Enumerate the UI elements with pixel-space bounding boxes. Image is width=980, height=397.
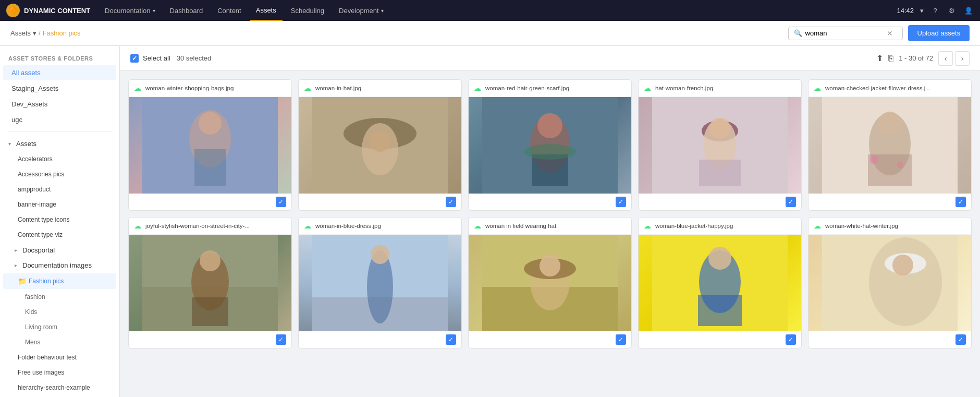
asset-thumbnail[interactable]: [469, 97, 631, 194]
asset-thumbnail[interactable]: [469, 235, 631, 331]
asset-thumbnail[interactable]: [129, 235, 291, 331]
nav-dashboard[interactable]: Dashboard: [164, 0, 210, 21]
sidebar-item-content-type-icons[interactable]: Content type icons: [3, 212, 116, 227]
search-icon: 🔍: [794, 29, 802, 37]
asset-select-checkbox[interactable]: ✓: [276, 334, 286, 345]
sidebar-item-kids[interactable]: Kids: [3, 305, 116, 319]
asset-filename: woman-white-hat-winter.jpg: [825, 223, 966, 229]
asset-card-footer: ✓: [129, 331, 291, 348]
asset-thumbnail[interactable]: [808, 235, 971, 331]
asset-card-footer: ✓: [299, 331, 461, 348]
asset-thumbnail[interactable]: [639, 97, 801, 194]
asset-select-checkbox[interactable]: ✓: [956, 334, 966, 345]
asset-select-checkbox[interactable]: ✓: [786, 197, 796, 207]
folder-icon: 📁: [18, 277, 27, 285]
upload-assets-button[interactable]: Upload assets: [908, 25, 970, 41]
upload-icon[interactable]: ⬆: [876, 53, 883, 63]
svg-point-32: [371, 245, 389, 264]
sidebar-item-free-use[interactable]: Free use images: [3, 365, 116, 380]
sidebar-item-living-room[interactable]: Living room: [3, 320, 116, 334]
sidebar-item-folder-behaviour[interactable]: Folder behaviour test: [3, 350, 116, 365]
check-icon: ✓: [958, 198, 963, 206]
sidebar-item-accelerators[interactable]: Accelerators: [3, 152, 116, 166]
asset-select-checkbox[interactable]: ✓: [616, 197, 626, 207]
sidebar-item-content-type-viz[interactable]: Content type viz: [3, 227, 116, 242]
sidebar-item-assets-group[interactable]: ▾ Assets: [0, 136, 119, 151]
content-area: ✓ Select all 30 selected ⬆ ⎘ 1 - 30 of 7…: [120, 46, 980, 397]
nav-development[interactable]: Development ▾: [333, 0, 390, 21]
nav-right: 14:42 ▾ ? ⚙ 👤: [897, 5, 974, 16]
asset-filename: woman in field wearing hat: [485, 223, 626, 229]
sidebar-item-staging[interactable]: Staging_Assets: [3, 81, 116, 96]
asset-card-header: ☁ woman-in-hat.jpg: [299, 80, 461, 97]
prev-page-button[interactable]: ‹: [938, 51, 953, 66]
asset-select-checkbox[interactable]: ✓: [616, 334, 626, 345]
sidebar-item-hierarchy[interactable]: hierarchy-search-example: [3, 380, 116, 395]
svg-point-40: [708, 247, 731, 270]
nav-content[interactable]: Content: [211, 0, 248, 21]
check-icon: ✓: [448, 198, 454, 206]
help-icon[interactable]: ?: [930, 5, 940, 16]
asset-card-footer: ✓: [469, 194, 631, 210]
sidebar-item-docsportal[interactable]: ▸ Docsportal: [0, 243, 119, 258]
asset-card: ☁ woman-red-hair-green-scarf.jpg ✓: [468, 79, 632, 211]
asset-card-header: ☁ woman-white-hat-winter.jpg: [808, 218, 971, 235]
asset-select-checkbox[interactable]: ✓: [446, 334, 456, 345]
cloud-icon: ☁: [474, 222, 481, 230]
select-all-control[interactable]: ✓ Select all: [130, 54, 170, 63]
asset-select-checkbox[interactable]: ✓: [446, 197, 456, 207]
breadcrumb-root[interactable]: Assets: [10, 29, 31, 37]
breadcrumb-chevron: ▾: [33, 29, 36, 37]
sidebar-item-documentation-images[interactable]: ▸ Documentation images: [0, 258, 119, 273]
sidebar-item-ugc[interactable]: ugc: [3, 112, 116, 127]
svg-point-11: [537, 113, 562, 138]
asset-select-checkbox[interactable]: ✓: [956, 197, 966, 207]
select-all-checkbox[interactable]: ✓: [130, 54, 139, 63]
sidebar-item-dev[interactable]: Dev_Assets: [3, 97, 116, 112]
asset-thumbnail[interactable]: [299, 235, 461, 331]
asset-card: ☁ woman in field wearing hat ✓: [468, 217, 632, 348]
check-icon: ✓: [788, 198, 793, 206]
asset-filename: woman-in-hat.jpg: [315, 85, 456, 91]
asset-card-header: ☁ woman in field wearing hat: [469, 218, 631, 235]
asset-filename: woman-winter-shopping-bags.jpg: [145, 85, 286, 91]
cloud-icon: ☁: [304, 222, 311, 230]
sidebar-item-accessories-pics[interactable]: Accessories pics: [3, 167, 116, 182]
svg-point-20: [878, 112, 901, 135]
nav-scheduling[interactable]: Scheduling: [285, 0, 330, 21]
next-page-button[interactable]: ›: [955, 51, 970, 66]
sidebar-item-fashion[interactable]: fashion: [3, 290, 116, 304]
content-toolbar: ✓ Select all 30 selected ⬆ ⎘ 1 - 30 of 7…: [120, 46, 980, 71]
asset-thumbnail[interactable]: [639, 235, 801, 331]
nav-documentation[interactable]: Documentation ▾: [99, 0, 161, 21]
main-layout: Asset stores & folders All assets Stagin…: [0, 46, 980, 397]
asset-select-checkbox[interactable]: ✓: [786, 334, 796, 345]
asset-thumbnail[interactable]: [129, 97, 291, 194]
breadcrumb-current: Fashion pics: [43, 29, 81, 37]
asset-thumbnail[interactable]: [808, 97, 971, 194]
asset-select-checkbox[interactable]: ✓: [276, 197, 286, 207]
sidebar-item-banner-image[interactable]: banner-image: [3, 197, 116, 212]
search-box: 🔍 ✕: [788, 27, 903, 40]
settings-icon[interactable]: ⚙: [947, 5, 957, 16]
asset-thumbnail[interactable]: [299, 97, 461, 194]
sidebar-item-ampproduct[interactable]: ampproduct: [3, 182, 116, 197]
cloud-icon: ☁: [814, 84, 821, 92]
breadcrumb-right: 🔍 ✕ Upload assets: [788, 25, 970, 41]
logo-area: 🔶 DYNAMIC CONTENT: [6, 4, 90, 17]
sidebar-item-all-assets[interactable]: All assets: [3, 65, 116, 80]
svg-point-27: [200, 250, 220, 271]
cloud-icon: ☁: [644, 84, 651, 92]
user-icon[interactable]: 👤: [963, 5, 974, 16]
svg-point-37: [540, 256, 560, 276]
search-input[interactable]: [805, 29, 884, 37]
asset-card-footer: ✓: [808, 331, 971, 348]
asset-card: ☁ woman-white-hat-winter.jpg ✓: [808, 217, 972, 348]
copy-icon[interactable]: ⎘: [888, 54, 893, 63]
check-icon: ✓: [958, 336, 963, 343]
nav-assets[interactable]: Assets: [250, 0, 283, 21]
app-name: DYNAMIC CONTENT: [24, 7, 90, 15]
sidebar-item-mens[interactable]: Mens: [3, 335, 116, 350]
clear-search-icon[interactable]: ✕: [887, 29, 893, 38]
sidebar-item-fashion-pics[interactable]: 📁 Fashion pics: [3, 273, 116, 289]
